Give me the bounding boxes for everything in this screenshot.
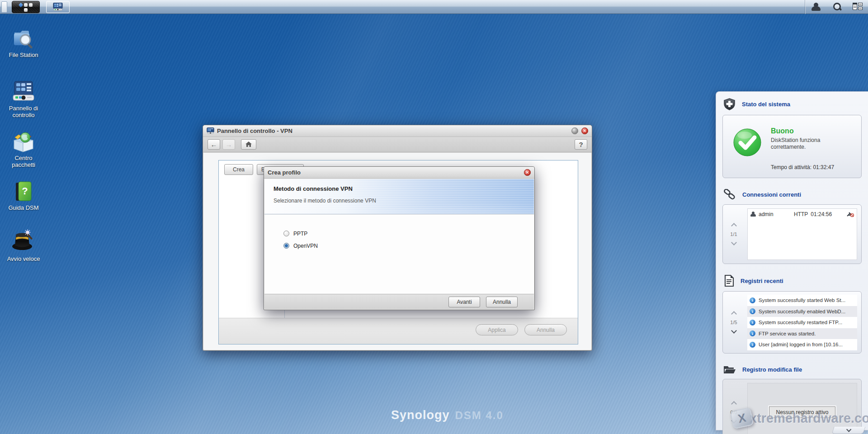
cancel-button[interactable]: Annulla bbox=[524, 324, 567, 335]
dialog-heading: Metodo di connessione VPN bbox=[274, 185, 534, 192]
window-title: Pannello di controllo - VPN bbox=[217, 127, 292, 134]
open-folder-icon bbox=[723, 364, 736, 374]
user-menu-button[interactable] bbox=[806, 0, 826, 14]
version-text: DSM 4.0 bbox=[455, 409, 504, 422]
shield-icon bbox=[723, 98, 736, 110]
info-icon: i bbox=[750, 342, 755, 348]
dialog-cancel-button[interactable]: Annulla bbox=[486, 297, 518, 307]
page-down-icon[interactable] bbox=[731, 240, 737, 245]
log-row: iSystem successfully enabled WebD... bbox=[747, 306, 857, 317]
svg-text:?: ? bbox=[22, 185, 28, 197]
back-button[interactable]: ← bbox=[208, 139, 220, 150]
main-menu-button[interactable] bbox=[12, 1, 40, 13]
status-description: DiskStation funziona correttamente. bbox=[771, 137, 839, 151]
page-down-icon[interactable] bbox=[731, 328, 737, 334]
package-center-icon bbox=[0, 130, 47, 153]
window-title-icon bbox=[207, 127, 214, 134]
desktop-icon-dsm-help[interactable]: ? Guida DSM bbox=[0, 181, 47, 211]
dialog-close-button[interactable]: ✕ bbox=[524, 169, 531, 176]
recent-logs-header: Registri recenti bbox=[716, 269, 868, 290]
radio-pptp[interactable]: PPTP bbox=[283, 227, 534, 240]
connections-header: Connessioni correnti bbox=[716, 183, 868, 203]
create-button[interactable]: Crea bbox=[224, 164, 253, 175]
system-status-box: Buono DiskStation funziona correttamente… bbox=[722, 115, 862, 178]
log-row: iSystem successfully started Web St... bbox=[747, 295, 857, 306]
control-panel-icon bbox=[0, 80, 47, 103]
panel-footer: Applica Annulla bbox=[219, 318, 578, 344]
info-icon: i bbox=[750, 330, 755, 336]
radio-openvpn[interactable]: OpenVPN bbox=[283, 240, 534, 252]
disconnect-icon[interactable] bbox=[847, 212, 854, 217]
page-up-icon[interactable] bbox=[731, 311, 737, 317]
desktop-icon-quick-start[interactable]: Avvio veloce bbox=[0, 228, 47, 262]
site-watermark: X xtremehardware.com bbox=[731, 409, 868, 427]
link-icon bbox=[723, 189, 736, 200]
desktop-icon-package-center[interactable]: Centro pacchetti bbox=[0, 130, 47, 168]
section-title: Connessioni correnti bbox=[742, 191, 801, 198]
window-close-button[interactable]: ✕ bbox=[581, 127, 588, 134]
help-icon: ? bbox=[579, 141, 583, 148]
file-station-icon bbox=[0, 28, 47, 50]
recent-logs-box: 1/5 iSystem successfully started Web St.… bbox=[722, 291, 862, 354]
log-row: iSystem successfully restarted FTP... bbox=[747, 317, 857, 328]
taskbar bbox=[0, 0, 868, 14]
page-up-icon[interactable] bbox=[731, 223, 737, 229]
log-row: iFTP service was started. bbox=[747, 328, 857, 340]
chevron-down-icon bbox=[846, 427, 851, 432]
connection-row: admin HTTP 01:24:56 bbox=[748, 209, 857, 219]
dialog-title: Crea profilo bbox=[268, 169, 301, 176]
section-title: Registro modifica file bbox=[742, 366, 802, 373]
connection-user: admin bbox=[759, 211, 791, 217]
search-button[interactable] bbox=[826, 0, 847, 14]
minimize-button[interactable] bbox=[571, 127, 578, 134]
desktop-icon-label: Avvio veloce bbox=[0, 255, 47, 262]
dialog-subheading: Selezionare il metodo di connessione VPN bbox=[274, 198, 534, 204]
logs-pager: 1/5 bbox=[723, 292, 745, 353]
pager-label: 1/1 bbox=[730, 231, 737, 237]
dsm-watermark: Synology DSM 4.0 bbox=[391, 408, 504, 422]
uptime-text: Tempo di attività: 01:32:47 bbox=[771, 164, 834, 170]
pilot-view-button[interactable] bbox=[847, 0, 868, 14]
connections-pager: 1/1 bbox=[723, 205, 745, 264]
radio-icon bbox=[283, 243, 289, 249]
dialog-header: Metodo di connessione VPN Selezionare il… bbox=[264, 179, 534, 214]
log-document-icon bbox=[723, 275, 734, 287]
info-icon: i bbox=[750, 297, 755, 303]
taskbar-app-control-panel[interactable] bbox=[46, 1, 70, 13]
search-icon bbox=[832, 2, 841, 11]
desktop-icon-control-panel[interactable]: Pannello di controllo bbox=[0, 80, 47, 118]
home-icon bbox=[245, 142, 252, 147]
arrow-right-icon: → bbox=[226, 141, 232, 148]
page-up-icon[interactable] bbox=[731, 401, 737, 407]
home-button[interactable] bbox=[241, 139, 256, 150]
site-name: xtremehardware.com bbox=[750, 411, 868, 426]
dsm-help-icon: ? bbox=[0, 181, 47, 203]
show-desktop-button[interactable] bbox=[1, 1, 7, 13]
next-button[interactable]: Avanti bbox=[448, 297, 480, 307]
section-title: Stato del sistema bbox=[742, 101, 790, 108]
taskbar-right-group bbox=[805, 0, 868, 14]
create-profile-dialog: Crea profilo ✕ Metodo di connessione VPN… bbox=[264, 166, 535, 310]
connection-protocol: HTTP bbox=[794, 211, 808, 217]
radio-icon bbox=[283, 231, 289, 236]
apply-button[interactable]: Applica bbox=[476, 324, 518, 335]
desktop-icon-label: Pannello di controllo bbox=[0, 105, 47, 118]
status-value: Buono bbox=[771, 127, 839, 135]
desktop-icon-label: File Station bbox=[0, 52, 47, 58]
desktop-icon-label: Centro pacchetti bbox=[0, 155, 47, 168]
status-ok-icon bbox=[733, 128, 762, 157]
connections-list: admin HTTP 01:24:56 bbox=[747, 208, 857, 260]
connection-time: 01:24:56 bbox=[811, 211, 832, 217]
dialog-titlebar[interactable]: Crea profilo ✕ bbox=[264, 167, 534, 179]
dialog-body: PPTP OpenVPN bbox=[264, 215, 534, 294]
window-titlebar[interactable]: Pannello di controllo - VPN ✕ bbox=[203, 125, 592, 137]
widget-collapse-button[interactable] bbox=[831, 427, 865, 434]
user-icon bbox=[750, 212, 756, 217]
help-button[interactable]: ? bbox=[575, 139, 587, 150]
file-change-log-header: Registro modifica file bbox=[716, 358, 868, 378]
connections-box: 1/1 admin HTTP 01:24:56 bbox=[722, 204, 862, 264]
desktop-icon-file-station[interactable]: File Station bbox=[0, 28, 47, 58]
forward-button[interactable]: → bbox=[222, 139, 235, 150]
window-toolbar: ← → ? bbox=[203, 137, 592, 152]
control-panel-icon bbox=[53, 3, 63, 11]
